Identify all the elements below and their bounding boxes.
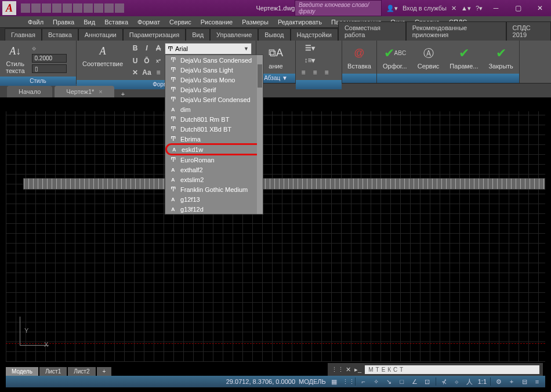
font-option[interactable]: ͲEbrima bbox=[165, 134, 263, 144]
font-option[interactable]: ᴀg12f13 bbox=[165, 194, 263, 204]
grid-toggle-icon[interactable]: ▦ bbox=[329, 378, 339, 386]
menu-icon[interactable]: ≡ bbox=[532, 378, 542, 385]
close-button[interactable]: ✕ bbox=[531, 2, 549, 14]
font-option[interactable]: ᴀg13f12d bbox=[165, 204, 263, 214]
search-input[interactable]: Введите ключевое слово/фразу bbox=[295, 0, 382, 16]
align-center-button[interactable]: ≡ bbox=[310, 67, 320, 78]
command-text[interactable]: МТЕКСТ bbox=[365, 365, 539, 374]
params-button[interactable]: ✔ Параме... bbox=[446, 45, 481, 70]
text-style-button[interactable]: A↓ Стиль текста bbox=[2, 43, 28, 74]
menu-service[interactable]: Сервис bbox=[165, 17, 196, 27]
anno2-icon[interactable]: 人 bbox=[465, 378, 474, 386]
snap-icon[interactable]: ⋮⋮ bbox=[342, 378, 351, 386]
text-height-input[interactable] bbox=[32, 54, 67, 63]
match-button[interactable]: A Соответствие bbox=[79, 43, 126, 67]
drawing-area[interactable]: Y X bbox=[6, 111, 545, 362]
font-combo[interactable]: Ͳ Arial ▼ ͲDejaVu Sans Condensed ͲDejaVu… bbox=[165, 43, 252, 55]
app-logo[interactable]: A bbox=[2, 1, 16, 15]
minimize-button[interactable]: ─ bbox=[487, 2, 505, 14]
font-option[interactable]: ͲDutch801 Rm BT bbox=[165, 114, 263, 124]
qat-icon[interactable] bbox=[31, 3, 41, 13]
linespace-button[interactable]: ↕≡▾ bbox=[298, 55, 321, 66]
scrollbar[interactable] bbox=[257, 55, 263, 214]
text-ruler[interactable] bbox=[23, 178, 545, 190]
menu-file[interactable]: Файл bbox=[23, 17, 48, 27]
tab-parametric[interactable]: Параметризация bbox=[123, 28, 186, 41]
annotative-icon[interactable]: ⟐ bbox=[32, 44, 67, 52]
model-toggle[interactable]: МОДЕЛЬ bbox=[299, 378, 326, 385]
stack-button[interactable]: ≡ bbox=[153, 67, 164, 78]
mask-button[interactable]: ▯ bbox=[32, 64, 67, 73]
login-link[interactable]: Вход в службы bbox=[403, 5, 447, 12]
font-option[interactable]: ͲDejaVu Sans Condensed bbox=[165, 55, 263, 65]
tab-featured[interactable]: Рекомендованные приложения bbox=[406, 21, 506, 41]
new-layout-button[interactable]: + bbox=[97, 367, 112, 376]
underline-button[interactable]: U bbox=[130, 56, 140, 66]
tab-manage[interactable]: Управление bbox=[210, 28, 258, 41]
app-icon[interactable]: ▲▾ bbox=[461, 5, 471, 12]
layout-tab-sheet2[interactable]: Лист2 bbox=[68, 367, 95, 376]
scale-value[interactable]: 1:1 bbox=[478, 378, 487, 385]
menu-format[interactable]: Формат bbox=[133, 17, 165, 27]
italic-button[interactable]: I bbox=[142, 43, 152, 53]
qat-icon[interactable] bbox=[63, 3, 72, 13]
font-option[interactable]: ͲDejaVu Serif bbox=[165, 85, 263, 95]
scale-icon[interactable]: ⊀ bbox=[440, 378, 449, 386]
clear-button[interactable]: ✕ bbox=[130, 67, 140, 78]
align-right-button[interactable]: ≡ bbox=[321, 67, 332, 78]
close-icon[interactable]: × bbox=[99, 88, 102, 95]
qat-icon[interactable] bbox=[84, 3, 93, 13]
spellcheck-button[interactable]: ✔ABC Орфог... bbox=[379, 45, 411, 70]
anno-icon[interactable]: ⟐ bbox=[452, 378, 462, 385]
insert-button[interactable]: @ Вставка bbox=[344, 45, 375, 70]
font-option-highlighted[interactable]: ᴀeskd1w bbox=[166, 144, 262, 154]
tr-icon[interactable]: ⊡ bbox=[423, 378, 432, 386]
doc-tab-start[interactable]: Начало bbox=[7, 86, 52, 97]
osnap-icon[interactable]: □ bbox=[397, 378, 407, 385]
gear-icon[interactable]: ⚙ bbox=[494, 378, 503, 386]
font-option[interactable]: ͲDejaVu Sans Mono bbox=[165, 75, 263, 85]
qat-icon[interactable] bbox=[21, 3, 30, 13]
qat-icon[interactable] bbox=[73, 3, 82, 13]
dropdown-arrow-icon[interactable]: ▼ bbox=[244, 46, 249, 52]
tab-addins[interactable]: Надстройки bbox=[291, 28, 338, 41]
qat-icon[interactable] bbox=[115, 3, 124, 13]
iso-icon[interactable]: ↘ bbox=[385, 378, 394, 386]
lwt-icon[interactable]: ∠ bbox=[410, 378, 419, 386]
tab-insert[interactable]: Вставка bbox=[42, 28, 78, 41]
doc-tab-drawing[interactable]: Чертеж1*× bbox=[55, 86, 114, 97]
layout-tab-sheet1[interactable]: Лист1 bbox=[39, 367, 67, 376]
tab-annotate[interactable]: Аннотации bbox=[78, 28, 123, 41]
customize-icon[interactable]: ⊟ bbox=[520, 378, 529, 386]
user-icon[interactable]: 👤▾ bbox=[386, 5, 398, 12]
close-editor-button[interactable]: ✔ Закрыть bbox=[485, 45, 516, 70]
polar-icon[interactable]: ✧ bbox=[372, 378, 381, 386]
service-button[interactable]: Ⓐ Сервис bbox=[414, 45, 443, 70]
ortho-icon[interactable]: ⌐ bbox=[359, 378, 368, 385]
tab-output[interactable]: Вывод bbox=[258, 28, 290, 41]
menu-view[interactable]: Вид bbox=[79, 17, 100, 27]
font-option[interactable]: ͲFranklin Gothic Medium bbox=[165, 184, 263, 194]
bullets-button[interactable]: ☰▾ bbox=[298, 43, 321, 53]
font-option[interactable]: ᴀextslim2 bbox=[165, 175, 263, 184]
new-tab-button[interactable]: + bbox=[117, 90, 129, 97]
font-option[interactable]: ᴀdim bbox=[165, 104, 263, 114]
case-button[interactable]: Aa bbox=[142, 67, 152, 78]
strike-button[interactable]: A̶ bbox=[153, 43, 164, 53]
font-option[interactable]: ᴀexthalf2 bbox=[165, 165, 263, 175]
command-line[interactable]: ⋮⋮ ✕ ▸_ МТЕКСТ bbox=[328, 363, 543, 376]
font-option[interactable]: ͲDejaVu Sans Light bbox=[165, 65, 263, 75]
font-option[interactable]: ͲEuroRoman bbox=[165, 155, 263, 165]
menu-draw[interactable]: Рисование bbox=[196, 17, 237, 27]
qat-icon[interactable] bbox=[42, 3, 51, 13]
plus-icon[interactable]: + bbox=[507, 378, 516, 385]
overline-button[interactable]: Ō bbox=[142, 56, 152, 66]
subscript-button[interactable]: x² bbox=[153, 56, 164, 66]
menu-insert[interactable]: Вставка bbox=[100, 17, 133, 27]
maximize-button[interactable]: ▢ bbox=[509, 2, 527, 14]
font-option[interactable]: ͲDejaVu Serif Condensed bbox=[165, 95, 263, 104]
menu-modify[interactable]: Редактировать bbox=[273, 17, 327, 27]
menu-dimensions[interactable]: Размеры bbox=[237, 17, 273, 27]
qat-icon[interactable] bbox=[52, 3, 61, 13]
exchange-icon[interactable]: ✕ bbox=[451, 5, 456, 12]
